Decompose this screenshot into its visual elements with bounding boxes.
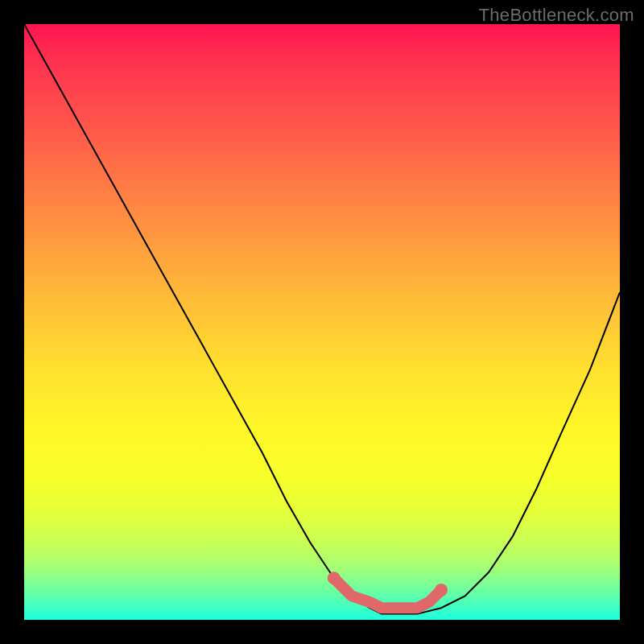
optimal-range-stroke	[334, 578, 441, 608]
optimal-range-endpoint	[435, 584, 448, 597]
bottleneck-curve	[24, 24, 620, 614]
plot-area	[24, 24, 620, 620]
watermark-text: TheBottleneck.com	[479, 5, 634, 26]
chart-frame: TheBottleneck.com	[0, 0, 644, 644]
optimal-range-endpoint	[328, 572, 341, 584]
optimal-range-marker	[328, 572, 448, 608]
chart-svg	[24, 24, 620, 620]
